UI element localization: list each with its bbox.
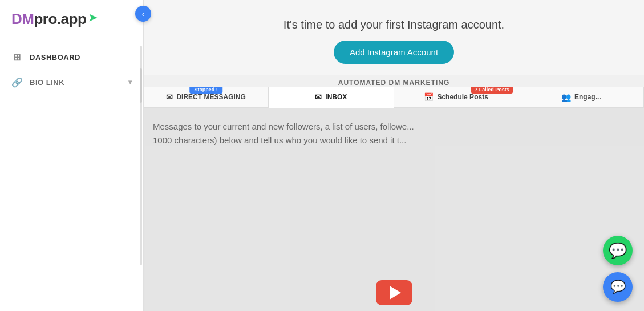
direct-messaging-icon: ✉	[166, 92, 173, 102]
inbox-icon: ✉	[315, 92, 322, 102]
chat-icon: 💬	[610, 280, 626, 294]
sidebar-item-bio-link[interactable]: 🔗 BIO LINK ▾	[0, 70, 143, 95]
sidebar-navigation: ⊞ DASHBOARD 🔗 BIO LINK ▾	[0, 35, 143, 311]
direct-messaging-label: DIRECT MESSAGING	[176, 93, 245, 101]
inbox-label: INBOX	[325, 93, 347, 101]
section-label: AUTOMATED DM MARKETING	[144, 75, 644, 87]
tab-inbox[interactable]: ✉ INBOX	[269, 87, 394, 108]
logo-area: DMpro.app➤	[0, 0, 143, 35]
tab-direct-messaging[interactable]: Stopped ! ✉ DIRECT MESSAGING	[144, 87, 269, 107]
bio-link-icon: 🔗	[11, 76, 23, 88]
logo-arrow-icon: ➤	[88, 11, 97, 24]
tab-schedule-posts[interactable]: 7 Failed Posts 📅 Schedule Posts	[394, 87, 519, 107]
tab-bar: Stopped ! ✉ DIRECT MESSAGING ✉ INBOX 7 F…	[144, 87, 644, 108]
video-play-area	[376, 280, 412, 305]
main-content: It's time to add your first Instagram ac…	[144, 0, 644, 311]
dashboard-label: DASHBOARD	[30, 53, 132, 62]
logo: DMpro.app➤	[11, 10, 97, 27]
bio-link-label: BIO LINK	[30, 78, 121, 87]
content-area: Messages to your current and new followe…	[144, 108, 644, 311]
whatsapp-icon: 💬	[609, 242, 627, 260]
dashboard-icon: ⊞	[11, 51, 23, 63]
preview-overlay: Stopped ! ✉ DIRECT MESSAGING ✉ INBOX 7 F…	[144, 87, 644, 311]
logo-app: app	[61, 10, 87, 27]
sidebar-scrollbar-thumb	[140, 68, 142, 103]
failed-posts-badge: 7 Failed Posts	[471, 87, 513, 94]
sidebar-item-dashboard[interactable]: ⊞ DASHBOARD	[0, 45, 143, 70]
tab-engage[interactable]: 👥 Engag...	[519, 87, 644, 107]
bio-link-chevron-icon: ▾	[128, 78, 132, 86]
preview-panel: Stopped ! ✉ DIRECT MESSAGING ✉ INBOX 7 F…	[144, 87, 644, 311]
play-button[interactable]	[376, 280, 412, 305]
content-line-1: Messages to your current and new followe…	[153, 120, 635, 134]
logo-dm: DM	[11, 10, 34, 27]
content-line-2: 1000 characters) below and tell us who y…	[153, 134, 635, 147]
schedule-posts-label: Schedule Posts	[437, 93, 488, 101]
stopped-badge: Stopped !	[189, 87, 222, 94]
engage-label: Engag...	[574, 93, 601, 101]
sidebar: ‹ DMpro.app➤ ⊞ DASHBOARD 🔗 BIO LINK ▾	[0, 0, 144, 311]
engage-icon: 👥	[561, 92, 571, 102]
sidebar-scrollbar	[140, 46, 142, 265]
logo-pro: pro	[34, 10, 56, 27]
schedule-posts-icon: 📅	[424, 92, 434, 102]
sidebar-collapse-button[interactable]: ‹	[135, 6, 151, 22]
onboarding-section: It's time to add your first Instagram ac…	[144, 0, 644, 75]
chat-fab[interactable]: 💬	[603, 272, 633, 302]
add-instagram-button[interactable]: Add Instagram Account	[334, 41, 454, 64]
logo-dot: .	[57, 10, 61, 27]
whatsapp-fab[interactable]: 💬	[603, 236, 633, 265]
play-triangle-icon	[390, 286, 401, 300]
onboarding-headline: It's time to add your first Instagram ac…	[283, 18, 504, 31]
